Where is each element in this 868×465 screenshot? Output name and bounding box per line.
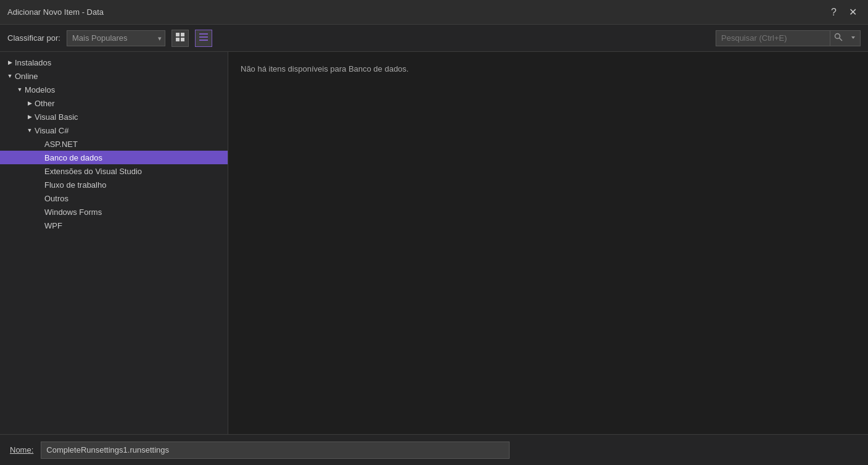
expand-icon-other: ▶	[25, 98, 35, 108]
chevron-down-icon	[850, 33, 856, 43]
svg-point-7	[835, 34, 840, 39]
expand-icon-modelos: ▼	[15, 85, 25, 94]
sidebar-item-label: Modelos	[25, 85, 55, 94]
svg-rect-0	[176, 33, 180, 36]
svg-line-8	[840, 38, 843, 41]
title-bar-controls: ? ✕	[827, 6, 861, 19]
search-options-button[interactable]	[846, 31, 860, 46]
expand-icon-aspnet	[35, 139, 44, 149]
sidebar-item-label: Extensões do Visual Studio	[44, 167, 142, 176]
sort-select[interactable]: Mais Populares	[67, 30, 165, 46]
svg-rect-2	[176, 38, 180, 41]
expand-icon-instalados: ▶	[5, 57, 15, 67]
svg-rect-5	[199, 36, 208, 38]
expand-icon-extensoes	[35, 166, 44, 176]
help-button[interactable]: ?	[827, 6, 840, 19]
sidebar-item-outros[interactable]: Outros	[0, 191, 228, 205]
sidebar-item-label: Other	[35, 99, 55, 108]
sidebar-item-aspnet[interactable]: ASP.NET	[0, 137, 228, 151]
sidebar-item-label: Online	[15, 72, 38, 81]
expand-icon-windows-forms	[35, 207, 44, 217]
expand-icon-online: ▼	[5, 71, 15, 81]
sidebar-item-label: WPF	[44, 221, 62, 230]
sidebar-item-visual-basic[interactable]: ▶ Visual Basic	[0, 110, 228, 124]
svg-rect-6	[199, 40, 208, 41]
sidebar-item-label: Visual C#	[35, 126, 68, 135]
search-input[interactable]	[716, 31, 830, 46]
expand-icon-wpf	[35, 220, 44, 230]
list-view-button[interactable]	[195, 30, 212, 47]
sort-label: Classificar por:	[7, 33, 60, 43]
sidebar-item-windows-forms[interactable]: Windows Forms	[0, 205, 228, 219]
main-area: ▶ Instalados ▼ Online ▼ Modelos ▶ Other …	[0, 52, 868, 434]
name-input[interactable]	[41, 442, 510, 459]
dialog-body: Classificar por: Mais Populares	[0, 25, 868, 465]
expand-icon-visual-basic: ▶	[25, 112, 35, 122]
sidebar-item-extensoes[interactable]: Extensões do Visual Studio	[0, 164, 228, 178]
expand-icon-visual-csharp: ▼	[25, 125, 35, 135]
close-button[interactable]: ✕	[845, 6, 861, 19]
empty-message: Não há itens disponíveis para Banco de d…	[241, 64, 408, 73]
svg-marker-9	[851, 36, 855, 39]
sidebar-item-label: Windows Forms	[44, 207, 102, 217]
bottom-bar: Nome:	[0, 434, 868, 465]
sidebar-item-other[interactable]: ▶ Other	[0, 96, 228, 110]
expand-icon-banco-de-dados	[35, 153, 44, 162]
expand-icon-fluxo	[35, 180, 44, 190]
sidebar-item-label: Outros	[44, 194, 68, 203]
svg-rect-4	[199, 33, 208, 35]
name-label: Nome:	[10, 445, 33, 455]
sidebar-item-label: Fluxo de trabalho	[44, 180, 106, 190]
sidebar-item-label: ASP.NET	[44, 140, 78, 149]
sidebar-item-label: Visual Basic	[35, 112, 78, 122]
title-bar: Adicionar Novo Item - Data ? ✕	[0, 0, 868, 25]
sidebar-item-wpf[interactable]: WPF	[0, 219, 228, 232]
sidebar-item-modelos[interactable]: ▼ Modelos	[0, 83, 228, 96]
toolbar: Classificar por: Mais Populares	[0, 25, 868, 52]
sidebar-tree: ▶ Instalados ▼ Online ▼ Modelos ▶ Other …	[0, 52, 228, 434]
grid-view-icon	[175, 32, 185, 44]
sidebar-item-visual-csharp[interactable]: ▼ Visual C#	[0, 124, 228, 137]
sidebar-item-label: Banco de dados	[44, 153, 102, 162]
sidebar-item-online[interactable]: ▼ Online	[0, 69, 228, 83]
content-area: Não há itens disponíveis para Banco de d…	[228, 52, 868, 434]
sidebar-item-label: Instalados	[15, 58, 51, 67]
list-view-icon	[199, 32, 209, 44]
sidebar-item-instalados[interactable]: ▶ Instalados	[0, 56, 228, 69]
sidebar-item-banco-de-dados[interactable]: Banco de dados	[0, 151, 228, 164]
search-box	[716, 30, 861, 46]
sidebar-item-fluxo[interactable]: Fluxo de trabalho	[0, 178, 228, 191]
svg-rect-1	[181, 33, 184, 36]
grid-view-button[interactable]	[172, 30, 189, 47]
search-button[interactable]	[830, 31, 846, 46]
expand-icon-outros	[35, 193, 44, 203]
dialog-title: Adicionar Novo Item - Data	[7, 7, 104, 17]
sort-select-wrapper[interactable]: Mais Populares	[67, 30, 165, 46]
search-icon	[834, 33, 843, 43]
svg-rect-3	[181, 38, 184, 41]
